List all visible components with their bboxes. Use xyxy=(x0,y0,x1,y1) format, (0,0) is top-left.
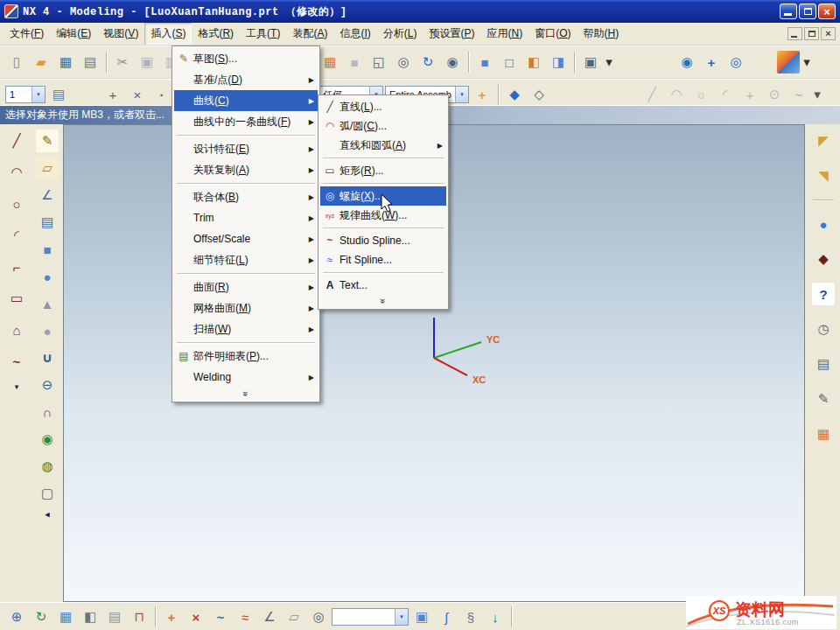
refresh-view-icon[interactable]: ↻ xyxy=(416,51,439,74)
intersect-icon[interactable]: ∩ xyxy=(36,401,59,424)
line-icon[interactable]: ╱ xyxy=(5,130,28,152)
menu-expand-chevron[interactable]: » xyxy=(174,388,318,400)
fit-corner-icon[interactable]: ◥ xyxy=(812,164,835,187)
line-tool-icon[interactable]: ╱ xyxy=(640,83,663,106)
iso-view-icon[interactable]: ◧ xyxy=(79,606,102,628)
pan-view-icon[interactable]: + xyxy=(700,51,723,74)
bottom-input-select[interactable]: ▼ xyxy=(332,608,409,626)
point-tool-icon[interactable]: + xyxy=(738,83,761,106)
more-tools-arrow-icon[interactable]: ▾ xyxy=(812,83,822,106)
insert-menu-item-detail-feature[interactable]: 细节特征(L)▶ xyxy=(174,249,318,270)
fillet-icon[interactable]: ◜ xyxy=(5,224,28,247)
material-sphere-icon[interactable]: ● xyxy=(812,213,835,235)
spline-icon[interactable]: ~ xyxy=(5,350,28,373)
fillet-tool-icon[interactable]: ◜ xyxy=(714,83,737,106)
insert-menu-item-offset-scale[interactable]: Offset/Scale▶ xyxy=(174,228,318,249)
delete-icon[interactable]: × xyxy=(185,606,207,628)
menubar-item-9[interactable]: 预设置(P) xyxy=(423,23,480,45)
cylinder-icon[interactable]: ● xyxy=(36,265,59,288)
curve-submenu-item-rectangle[interactable]: ▭矩形(R)... xyxy=(320,161,446,180)
sketch-icon[interactable]: ✎ xyxy=(36,130,59,152)
snap-point-icon[interactable]: + xyxy=(102,83,124,106)
palette-icon[interactable] xyxy=(777,51,800,74)
new-document-icon[interactable]: ▯ xyxy=(5,51,28,74)
hole-icon[interactable]: ◉ xyxy=(36,428,59,451)
wireframe-view-icon[interactable]: □ xyxy=(498,51,521,74)
grid-icon[interactable]: ▤ xyxy=(103,606,126,628)
menubar-item-8[interactable]: 分析(L) xyxy=(377,23,424,45)
insert-menu-item-trim[interactable]: Trim▶ xyxy=(174,207,318,228)
print-icon[interactable]: ▤ xyxy=(79,51,102,74)
csys-icon[interactable]: ∠ xyxy=(258,606,281,628)
toolbar-options-arrow-icon[interactable]: ▾ xyxy=(802,51,812,74)
menubar-item-4[interactable]: 格式(R) xyxy=(192,23,240,45)
target-icon[interactable]: ◎ xyxy=(307,606,330,628)
plane-icon[interactable]: ▱ xyxy=(283,606,305,628)
child-close-button[interactable]: × xyxy=(821,27,836,40)
roles-cap-icon[interactable]: ◆ xyxy=(812,248,835,270)
ellipse-tool-icon[interactable]: ⊙ xyxy=(763,83,786,106)
magnet-icon[interactable]: ⊓ xyxy=(128,606,150,628)
parts-table-icon[interactable]: ▦ xyxy=(812,423,835,445)
layer-settings-icon[interactable]: ▤ xyxy=(47,83,70,106)
child-minimize-button[interactable] xyxy=(788,27,802,40)
menubar-item-1[interactable]: 编辑(E) xyxy=(50,23,97,45)
menubar-item-2[interactable]: 视图(V) xyxy=(97,23,144,45)
rotate-view-icon[interactable]: ◉ xyxy=(676,51,698,74)
sheet-icon[interactable]: ▦ xyxy=(54,606,77,628)
snap-end-point-icon[interactable]: × xyxy=(126,83,149,106)
polygon-icon[interactable]: ⌂ xyxy=(5,318,28,341)
import-arrow-icon[interactable]: ↓ xyxy=(484,606,507,628)
menubar-item-11[interactable]: 窗口(O) xyxy=(528,23,577,45)
pocket-icon[interactable]: ▢ xyxy=(36,482,59,505)
magnifier-icon[interactable]: ◉ xyxy=(441,51,464,74)
menubar-item-5[interactable]: 工具(T) xyxy=(240,23,286,45)
dropdown-arrow-icon[interactable]: ▼ xyxy=(395,609,408,625)
arc-tool-icon[interactable]: ◠ xyxy=(665,83,688,106)
insert-menu-item-curve-from-curves[interactable]: 曲线中的一条曲线(F)▶ xyxy=(174,111,318,132)
menubar-item-10[interactable]: 应用(N) xyxy=(480,23,528,45)
unite-icon[interactable]: ∪ xyxy=(36,346,59,369)
more-curves-arrow-icon[interactable]: ▾ xyxy=(5,382,28,392)
more-features-arrow-icon[interactable]: ◄ xyxy=(36,509,59,520)
dropdown-arrow-icon[interactable]: ▼ xyxy=(455,87,468,102)
curve-icon[interactable]: ~ xyxy=(209,606,232,628)
curve-submenu-item-arc-circle[interactable]: ◠弧/圆(C)... xyxy=(320,116,446,136)
menubar-item-0[interactable]: 文件(F) xyxy=(4,23,50,45)
help-icon[interactable]: ? xyxy=(812,283,835,305)
arc-icon[interactable]: ◠ xyxy=(5,161,28,184)
part-file-icon[interactable]: ▣ xyxy=(410,606,433,628)
fit-view-icon[interactable]: ⊕ xyxy=(5,606,28,628)
menubar-item-6[interactable]: 装配(A) xyxy=(286,23,333,45)
update-display-icon[interactable]: ↻ xyxy=(30,606,52,628)
menubar-item-12[interactable]: 帮助(H) xyxy=(577,23,625,45)
menubar-item-7[interactable]: 信息(I) xyxy=(333,23,376,45)
sphere-icon[interactable]: ● xyxy=(36,319,59,342)
history-clock-icon[interactable]: ◷ xyxy=(812,318,835,340)
insert-menu-item-combine-bodies[interactable]: 联合体(B)▶ xyxy=(174,186,318,207)
profile-icon[interactable]: ⌐ xyxy=(5,256,28,278)
spline-tool-icon[interactable]: ~ xyxy=(788,83,810,106)
insert-menu-item-parts-list[interactable]: ▤部件明细表(P)... xyxy=(174,346,318,367)
close-button[interactable]: × xyxy=(818,4,836,19)
expressions-icon[interactable]: ▤ xyxy=(36,211,59,234)
curve-submenu-item-text[interactable]: AText... xyxy=(320,276,446,295)
curve-submenu-item-studio-spline[interactable]: ~Studio Spline... xyxy=(320,231,446,250)
work-layer-select[interactable]: 1▼ xyxy=(5,86,46,103)
minimize-button[interactable] xyxy=(780,4,797,19)
cone-icon[interactable]: ▲ xyxy=(36,292,59,315)
datum-plane-icon[interactable]: ▱ xyxy=(36,157,59,179)
curve-submenu-item-line-and-arc[interactable]: 直线和圆弧(A)▶ xyxy=(320,136,446,155)
rectangle-icon[interactable]: ▭ xyxy=(5,287,28,310)
class-selection-icon[interactable]: + xyxy=(471,83,494,106)
snap-view-icon[interactable]: ◤ xyxy=(812,130,835,152)
insert-menu-item-datum-point[interactable]: 基准/点(D)▶ xyxy=(174,69,318,90)
insert-menu-item-sketch[interactable]: ✎草图(S)... xyxy=(174,48,318,69)
attachment-icon[interactable]: § xyxy=(459,606,482,628)
shaded-view-icon[interactable]: ■ xyxy=(473,51,496,74)
curve-submenu-item-fit-spline[interactable]: ≈Fit Spline... xyxy=(320,250,446,270)
datum-csys-icon[interactable]: ∠ xyxy=(36,184,59,206)
open-folder-icon[interactable]: ▰ xyxy=(30,51,52,74)
zoom-in-out-icon[interactable]: ◎ xyxy=(392,51,415,74)
annotation-icon[interactable]: ✎ xyxy=(812,388,835,410)
